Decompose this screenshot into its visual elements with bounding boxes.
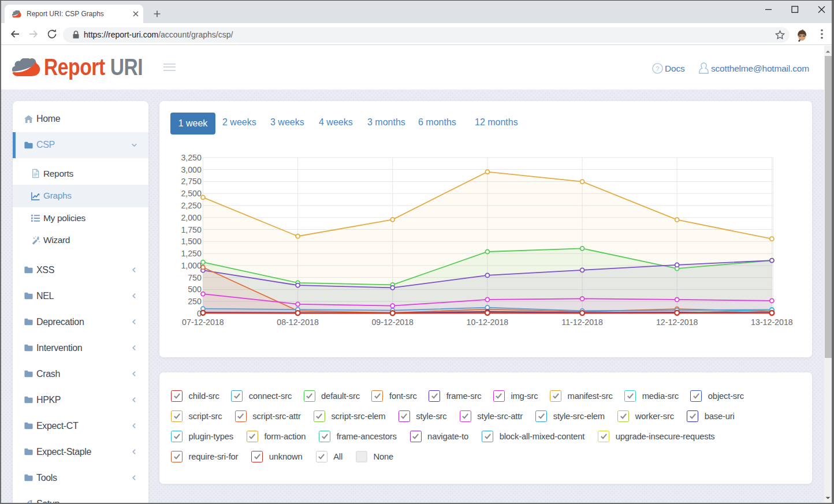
svg-text:2,250: 2,250 xyxy=(181,201,202,210)
svg-text:250: 250 xyxy=(188,297,202,306)
svg-text:12-12-2018: 12-12-2018 xyxy=(656,318,698,327)
svg-text:3,250: 3,250 xyxy=(181,153,202,162)
svg-text:750: 750 xyxy=(188,273,202,282)
svg-text:1,500: 1,500 xyxy=(181,237,202,246)
svg-text:0: 0 xyxy=(197,309,202,318)
svg-text:2,000: 2,000 xyxy=(181,213,202,222)
svg-text:13-12-2018: 13-12-2018 xyxy=(751,318,793,327)
svg-text:09-12-2018: 09-12-2018 xyxy=(371,318,414,327)
svg-text:500: 500 xyxy=(188,285,202,294)
svg-text:2,750: 2,750 xyxy=(181,177,202,186)
svg-text:3,000: 3,000 xyxy=(181,165,202,174)
svg-text:10-12-2018: 10-12-2018 xyxy=(467,318,509,327)
svg-text:08-12-2018: 08-12-2018 xyxy=(277,318,319,327)
svg-text:11-12-2018: 11-12-2018 xyxy=(561,318,603,327)
svg-text:2,500: 2,500 xyxy=(181,189,202,198)
svg-text:1,750: 1,750 xyxy=(181,225,202,234)
svg-text:07-12-2018: 07-12-2018 xyxy=(182,318,224,327)
svg-text:1,000: 1,000 xyxy=(181,261,202,270)
svg-text:?: ? xyxy=(656,65,659,72)
svg-text:1,250: 1,250 xyxy=(181,249,202,258)
